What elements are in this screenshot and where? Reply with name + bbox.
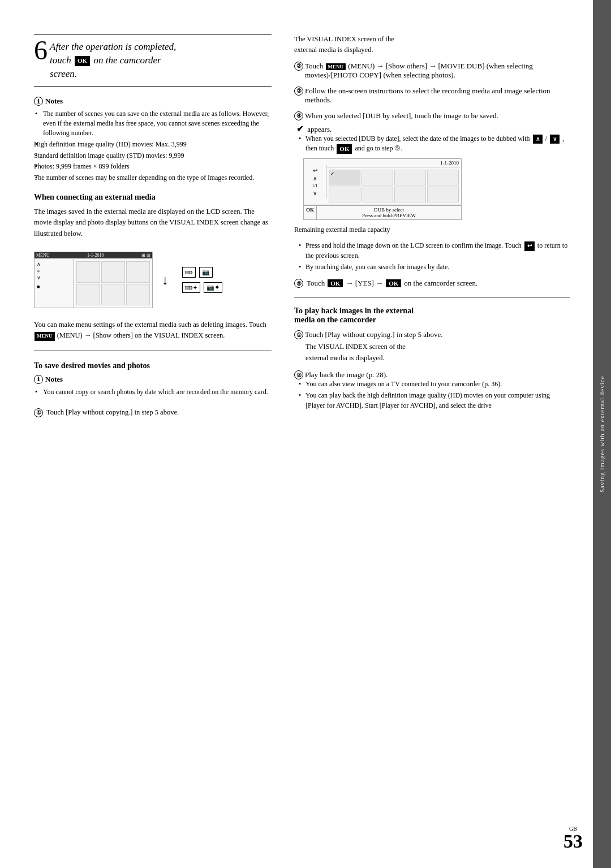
lcd-cell-3 [126,261,150,283]
lcd-cell-1 [76,261,100,283]
lcd-arrow-down: ∨ [37,275,71,280]
hd-text: HD [185,270,193,275]
remaining-text: Remaining external media capacity [294,224,570,235]
visual-index-text1: The VISUAL INDEX screen of the [294,35,394,43]
lcd-diagram-container: MENU 1-1-2010 ⊞ ⊡ ∧ ≡ ∨ ■ [34,245,272,315]
right-step2-header: ② Touch MENU (MENU) → [Show others] → [M… [294,62,570,80]
note-item-3: Standard definition image quality (STD) … [34,151,272,161]
save-note-item-1: You cannot copy or search photos by date… [34,387,272,397]
dub-grid-area: 1-1-2010 [326,159,461,205]
save-step1-num: ① [34,408,43,417]
playback-visual2: external media is displayed. [306,354,385,362]
step5-touch: Touch [307,279,325,288]
section-divider-right [294,297,570,297]
dub-up-arrow: ∧ [313,175,317,182]
playback-visual1: The VISUAL INDEX screen of the [306,343,406,351]
playback-sub2: You can play back the high definition im… [294,391,570,411]
dub-bottom: OK DUB by select Press and hold:PREVIEW [304,205,461,219]
right-step-5: ⑤ Touch OK → [YES] → OK on the camcorder… [294,279,570,288]
appears-text: appears. [307,125,332,133]
right-step4-header: ④ When you selected [DUB by select], tou… [294,111,570,120]
lcd-menu-label: MENU [36,253,50,258]
dub-preview-text: Press and hold:PREVIEW [319,213,459,218]
playback-title-1: To play back images in the external [294,306,570,316]
visual-index-text2: external media is displayed. [294,46,373,54]
when-connecting-title: When connecting an external media [34,193,272,202]
lcd-icons: ⊞ ⊡ [141,253,150,258]
page-number: 53 [563,832,583,851]
note-item-5: The number of scenes may be smaller depe… [34,173,272,183]
sub-bullet-press-hold: Press and hold the image down on the LCD… [294,241,570,261]
up-btn: ∧ [533,135,543,144]
dub-diagram: ↩ ∧ 1/1 ∨ 1-1-2010 [303,158,462,220]
when-connecting-body: The images saved in the external media a… [34,206,272,239]
notes-section-save: ℹ Notes You cannot copy or search photos… [34,375,272,397]
hd-star-icon-box: HD✦ [182,282,200,293]
dub-cell-5 [329,187,360,202]
sub-bullet-dub-date: When you selected [DUB by date], select … [294,134,570,154]
step-number: 6 [34,37,48,64]
step5-ok1: OK [328,279,343,287]
dub-date-bar: 1-1-2010 [326,159,461,167]
right-step3-num: ③ [294,87,303,96]
menu-badge: MENU [35,332,55,341]
dub-select-label: DUB by select [319,207,459,213]
sub2-text: Press and hold the image down on the LCD… [306,241,522,249]
left-column: 6 After the operation is completed, touc… [34,34,272,834]
lcd-stop: ■ [37,284,71,290]
right-step5-num: ⑤ [294,279,303,288]
dub-top: ↩ ∧ 1/1 ∨ 1-1-2010 [304,159,461,205]
playback-visual-index: The VISUAL INDEX screen of the external … [294,342,570,364]
note-item-2: High definition image quality (HD) movie… [34,140,272,149]
dub-ok-label: OK [304,206,317,219]
right-step-2: ② Touch MENU (MENU) → [Show others] → [M… [294,62,570,80]
lcd-left-panel: ∧ ≡ ∨ ■ [35,259,74,308]
hd-icon-box: HD [182,267,196,278]
dub-cell-8 [427,187,459,202]
playback-step1-header: ① Touch [Play without copying.] in step … [294,330,570,339]
right-column: The VISUAL INDEX screen of the external … [294,34,570,834]
hd-star-text: HD✦ [185,285,197,291]
sub-slash: / [545,135,549,142]
step-text-1: After the operation is completed, [50,40,176,54]
camera-icon-box: 📷 [199,267,213,278]
checkmark-row: ✔ appears. [294,124,570,134]
right-step2-num: ② [294,62,303,71]
notes-section-left: ℹ Notes The number of scenes you can sav… [34,97,272,183]
dub-cell-4 [427,170,459,185]
notes-header-save: ℹ Notes [34,375,272,384]
dub-preview-label: DUB by select Press and hold:PREVIEW [317,206,461,219]
section-divider [34,351,272,351]
lcd-grid [74,259,152,308]
notes-label-left: Notes [45,97,63,106]
note-item-1: The number of scenes you can save on the… [34,109,272,137]
sub-bullet-text1: When you selected [DUB by date], select … [306,135,530,142]
save-step1-text: ① Touch [Play without copying.] in step … [34,407,272,418]
playback-sub1: You can also view images on a TV connect… [294,379,570,389]
right-step-4: ④ When you selected [DUB by select], tou… [294,111,570,273]
right-step4-num: ④ [294,111,303,120]
save-step-1: ① Touch [Play without copying.] in step … [34,407,272,418]
right-step3-text: Follow the on-screen instructions to sel… [305,87,570,105]
step-header: 6 After the operation is completed, touc… [34,34,272,87]
lcd-menu-bar: MENU 1-1-2010 ⊞ ⊡ [35,252,152,258]
step2-touch: Touch [305,62,325,70]
icon-row-1: HD 📷 [182,267,222,278]
camera-star-icon: 📷✦ [206,284,220,291]
right-step2-text: Touch MENU (MENU) → [Show others] → [MOV… [305,62,570,80]
step5-ok2: OK [386,279,401,287]
notes-list-left: The number of scenes you can save on the… [34,109,272,183]
dub-grid [326,167,461,205]
note-item-4: Photos: 9,999 frames × 899 folders [34,162,272,171]
right-step5-header: ⑤ Touch OK → [YES] → OK on the camcorder… [294,279,570,288]
step5-arrow-text: → [YES] → [346,279,383,288]
lcd-cell-5 [101,284,125,305]
menu-note-text1: You can make menu settings of the extern… [34,321,266,329]
visual-index-result: The VISUAL INDEX screen of the external … [294,34,570,56]
touch-label: touch [50,55,71,66]
camera-icon: 📷 [202,269,210,276]
checkmark-symbol: ✔ [296,124,304,133]
step5-end: on the camcorder screen. [404,279,477,288]
page-container: 6 After the operation is completed, touc… [0,0,611,868]
lcd-cell-6 [126,284,150,305]
